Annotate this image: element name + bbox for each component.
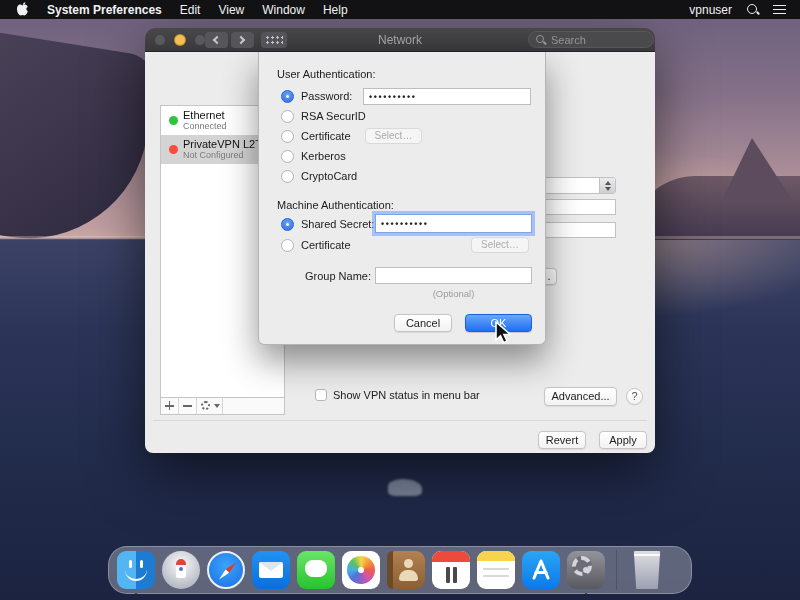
dock-messages-icon[interactable] bbox=[296, 550, 336, 590]
dock-notes-icon[interactable] bbox=[476, 550, 516, 590]
user-auth-heading: User Authentication: bbox=[277, 68, 375, 80]
minus-icon bbox=[179, 398, 196, 414]
machine-certificate-label: Certificate bbox=[301, 239, 351, 252]
ok-button[interactable]: OK bbox=[465, 314, 532, 332]
help-button[interactable]: ? bbox=[626, 388, 643, 405]
certificate-radio[interactable] bbox=[281, 130, 294, 143]
rsa-securid-label: RSA SecurID bbox=[301, 110, 366, 123]
rsa-securid-radio[interactable] bbox=[281, 110, 294, 123]
dock-separator bbox=[616, 550, 617, 590]
cryptocard-label: CryptoCard bbox=[301, 170, 357, 183]
dock-calendar-icon[interactable] bbox=[431, 550, 471, 590]
menu-app-name[interactable]: System Preferences bbox=[47, 3, 162, 17]
show-vpn-status-label: Show VPN status in menu bar bbox=[333, 389, 480, 401]
dock-system-preferences-icon[interactable] bbox=[566, 550, 606, 590]
dock-safari-icon[interactable] bbox=[206, 550, 246, 590]
group-name-field[interactable] bbox=[375, 267, 532, 284]
footer-divider bbox=[153, 420, 647, 421]
spotlight-search-icon[interactable] bbox=[746, 3, 759, 16]
dock-finder-icon[interactable] bbox=[116, 550, 156, 590]
remove-connection-button[interactable] bbox=[179, 398, 197, 414]
back-button[interactable] bbox=[205, 32, 228, 48]
chevron-right-icon bbox=[237, 35, 245, 43]
dock-launchpad-icon[interactable] bbox=[161, 550, 201, 590]
window-title-bar[interactable]: Network Search bbox=[145, 28, 655, 52]
machine-auth-heading: Machine Authentication: bbox=[277, 199, 394, 211]
menu-window[interactable]: Window bbox=[262, 3, 305, 17]
advanced-button[interactable]: Advanced... bbox=[544, 387, 617, 406]
show-vpn-status-checkbox[interactable] bbox=[315, 389, 327, 401]
network-preferences-window: Network Search … Sho bbox=[145, 28, 655, 453]
sidebar-footer-bar bbox=[161, 397, 284, 414]
search-placeholder: Search bbox=[551, 34, 586, 46]
menu-username[interactable]: vpnuser bbox=[689, 3, 732, 17]
group-name-label: Group Name: bbox=[287, 270, 371, 282]
shared-secret-label: Shared Secret: bbox=[301, 218, 374, 231]
menu-bar: System Preferences Edit View Window Help… bbox=[0, 0, 800, 19]
machine-certificate-radio[interactable] bbox=[281, 239, 294, 252]
authentication-settings-sheet: User Authentication: Password: •••••••••… bbox=[258, 52, 546, 345]
dock-contacts-icon[interactable] bbox=[386, 550, 426, 590]
dock bbox=[108, 546, 692, 594]
add-connection-button[interactable] bbox=[161, 398, 179, 414]
running-indicator bbox=[585, 593, 588, 596]
forward-button[interactable] bbox=[231, 32, 254, 48]
password-field[interactable]: •••••••••• bbox=[363, 88, 531, 105]
chevron-left-icon bbox=[213, 35, 221, 43]
dock-appstore-icon[interactable] bbox=[521, 550, 561, 590]
action-menu-button[interactable] bbox=[197, 398, 223, 414]
certificate-label: Certificate bbox=[301, 130, 351, 143]
cancel-button[interactable]: Cancel bbox=[394, 314, 452, 332]
dock-mail-icon[interactable] bbox=[251, 550, 291, 590]
menu-help[interactable]: Help bbox=[323, 3, 348, 17]
wallpaper-cliff bbox=[0, 24, 159, 255]
kerberos-radio[interactable] bbox=[281, 150, 294, 163]
chevron-down-icon bbox=[214, 404, 220, 408]
preferences-search-field[interactable]: Search bbox=[528, 31, 654, 48]
notification-center-icon[interactable] bbox=[773, 5, 786, 7]
window-content: … Show VPN status in menu bar Advanced..… bbox=[145, 52, 655, 453]
apply-button[interactable]: Apply bbox=[599, 431, 647, 449]
select-machine-certificate-button[interactable]: Select… bbox=[471, 237, 529, 253]
show-all-button[interactable] bbox=[261, 32, 287, 48]
revert-button[interactable]: Revert bbox=[538, 431, 586, 449]
apple-menu-icon[interactable] bbox=[16, 2, 29, 17]
password-radio[interactable] bbox=[281, 90, 294, 103]
status-dot-green-icon bbox=[169, 116, 178, 125]
shared-secret-field[interactable]: •••••••••• bbox=[375, 214, 532, 233]
dock-photos-icon[interactable] bbox=[341, 550, 381, 590]
plus-icon bbox=[161, 398, 178, 414]
wallpaper-rock bbox=[388, 479, 422, 496]
gear-icon bbox=[201, 401, 210, 410]
desktop: System Preferences Edit View Window Help… bbox=[0, 0, 800, 600]
grid-icon bbox=[265, 35, 283, 45]
close-button[interactable] bbox=[154, 34, 166, 46]
kerberos-label: Kerberos bbox=[301, 150, 346, 163]
popup-stepper-icon[interactable] bbox=[599, 178, 615, 193]
cryptocard-radio[interactable] bbox=[281, 170, 294, 183]
shared-secret-radio[interactable] bbox=[281, 218, 294, 231]
status-dot-red-icon bbox=[169, 145, 178, 154]
password-label: Password: bbox=[301, 90, 352, 103]
optional-hint: (Optional) bbox=[375, 288, 532, 299]
dock-trash-icon[interactable] bbox=[627, 550, 667, 590]
running-indicator bbox=[135, 593, 138, 596]
wallpaper-island bbox=[636, 176, 800, 240]
search-icon bbox=[536, 35, 546, 45]
select-certificate-button[interactable]: Select… bbox=[365, 128, 422, 144]
minimize-button[interactable] bbox=[174, 34, 186, 46]
menu-view[interactable]: View bbox=[218, 3, 244, 17]
gear-icon bbox=[572, 556, 592, 576]
menu-edit[interactable]: Edit bbox=[180, 3, 201, 17]
